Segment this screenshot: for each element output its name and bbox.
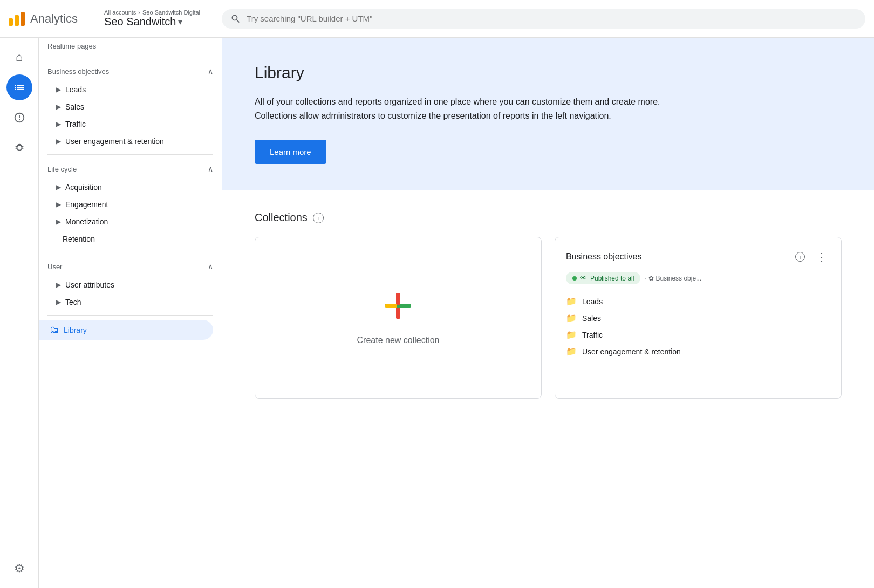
topbar: Analytics All accounts › Seo Sandwitch D… <box>0 0 874 38</box>
card-badge-sub: · ✿ Business obje... <box>645 275 701 282</box>
nav-library[interactable]: 🗂 Library <box>39 320 213 340</box>
card-actions: i ⋮ <box>791 248 830 265</box>
traffic-label: Traffic <box>65 120 86 128</box>
breadcrumb-all[interactable]: All accounts <box>104 9 136 16</box>
acquisition-caret-icon: ▶ <box>56 183 61 191</box>
advertising-icon <box>13 142 25 154</box>
section-business-objectives[interactable]: Business objectives ∧ <box>39 61 222 81</box>
list-item-leads: Leads <box>582 297 603 306</box>
card-more-button[interactable]: ⋮ <box>813 248 830 265</box>
bar3 <box>21 12 25 26</box>
user-engagement-label: User engagement & retention <box>65 137 164 146</box>
nav-engagement[interactable]: ▶ Engagement <box>39 196 213 213</box>
nav-user-engagement[interactable]: ▶ User engagement & retention <box>39 133 213 150</box>
card-info-button[interactable]: i <box>791 248 809 265</box>
nav-leads[interactable]: ▶ Leads <box>39 81 213 98</box>
leads-caret-icon: ▶ <box>56 86 61 93</box>
card-list: 📁 Leads 📁 Sales 📁 Traffic 📁 <box>566 293 830 360</box>
section-user-chevron: ∧ <box>208 262 213 271</box>
library-label: Library <box>64 326 87 334</box>
list-item-user-engagement: User engagement & retention <box>582 347 681 356</box>
library-banner: Library All of your collections and repo… <box>222 38 874 190</box>
section-life-cycle-chevron: ∧ <box>208 165 213 173</box>
nav-tech[interactable]: ▶ Tech <box>39 293 213 311</box>
nav-sidebar: Realtime pages Business objectives ∧ ▶ L… <box>39 38 222 588</box>
learn-more-button[interactable]: Learn more <box>255 140 326 164</box>
account-name-text: Seo Sandwitch <box>104 16 176 28</box>
reports-icon <box>13 81 25 93</box>
create-collection-card[interactable]: Create new collection <box>255 237 542 399</box>
collections-title: Collections <box>255 211 308 224</box>
plus-cross-icon <box>383 291 413 321</box>
divider-2 <box>47 154 213 155</box>
divider-1 <box>47 57 213 57</box>
card-badges: 👁 Published to all · ✿ Business obje... <box>566 272 701 284</box>
icon-sidebar: ⌂ ⚙ <box>0 38 39 588</box>
library-title: Library <box>255 64 842 82</box>
monetization-label: Monetization <box>65 217 108 226</box>
divider-3 <box>47 252 213 252</box>
badge-eye-icon: 👁 <box>580 274 587 282</box>
breadcrumb-arrow: › <box>138 9 140 16</box>
section-user[interactable]: User ∧ <box>39 257 222 276</box>
explore-icon <box>13 112 25 124</box>
library-description: All of your collections and reports orga… <box>255 95 697 122</box>
list-item: 📁 Sales <box>566 310 830 326</box>
svg-rect-3 <box>385 304 397 308</box>
advertising-nav-btn[interactable] <box>6 135 32 161</box>
bar1 <box>9 18 13 26</box>
engagement-label: Engagement <box>65 200 108 209</box>
list-item-traffic: Traffic <box>582 331 603 339</box>
acquisition-label: Acquisition <box>65 183 102 192</box>
topbar-divider <box>91 8 91 30</box>
folder-icon-sales: 📁 <box>566 313 577 323</box>
folder-icon-leads: 📁 <box>566 296 577 306</box>
nav-traffic[interactable]: ▶ Traffic <box>39 115 213 133</box>
section-business-objectives-label: Business objectives <box>47 67 109 76</box>
list-item: 📁 Traffic <box>566 326 830 343</box>
section-life-cycle-label: Life cycle <box>47 165 77 173</box>
engagement-caret-icon: ▶ <box>56 201 61 208</box>
collections-area: Collections i Create new collection <box>222 190 874 420</box>
breadcrumb-account: Seo Sandwitch Digital <box>142 9 200 16</box>
search-bar[interactable] <box>222 9 865 29</box>
tech-caret-icon: ▶ <box>56 298 61 306</box>
published-badge-label: Published to all <box>590 275 634 282</box>
nav-monetization[interactable]: ▶ Monetization <box>39 213 213 230</box>
nav-retention[interactable]: Retention <box>39 230 213 248</box>
bar2 <box>15 15 19 26</box>
search-input[interactable] <box>247 14 857 23</box>
list-item: 📁 User engagement & retention <box>566 343 830 360</box>
tech-label: Tech <box>65 298 81 306</box>
realtime-pages-label[interactable]: Realtime pages <box>39 38 222 52</box>
section-life-cycle[interactable]: Life cycle ∧ <box>39 159 222 179</box>
list-item-sales: Sales <box>582 314 601 323</box>
account-nav: All accounts › Seo Sandwitch Digital Seo… <box>104 9 200 28</box>
nav-acquisition[interactable]: ▶ Acquisition <box>39 179 213 196</box>
user-attributes-caret-icon: ▶ <box>56 281 61 289</box>
account-selector[interactable]: Seo Sandwitch ▾ <box>104 16 200 28</box>
card-more-icon: ⋮ <box>816 250 828 263</box>
published-badge: 👁 Published to all <box>566 272 640 284</box>
collections-grid: Create new collection Business objective… <box>255 237 842 399</box>
sales-caret-icon: ▶ <box>56 103 61 111</box>
app-title: Analytics <box>30 12 78 26</box>
sales-label: Sales <box>65 102 84 111</box>
nav-sales[interactable]: ▶ Sales <box>39 98 213 115</box>
home-nav-btn[interactable]: ⌂ <box>6 44 32 70</box>
retention-label: Retention <box>63 235 95 243</box>
traffic-caret-icon: ▶ <box>56 120 61 128</box>
section-user-label: User <box>47 263 62 271</box>
business-objectives-card: Business objectives i ⋮ <box>555 237 842 399</box>
settings-btn[interactable]: ⚙ <box>6 556 32 582</box>
account-chevron-icon: ▾ <box>178 17 182 27</box>
breadcrumb: All accounts › Seo Sandwitch Digital <box>104 9 200 16</box>
collections-info-icon[interactable]: i <box>313 213 324 223</box>
reports-nav-btn[interactable] <box>6 74 32 100</box>
search-icon <box>230 13 241 24</box>
list-item: 📁 Leads <box>566 293 830 310</box>
folder-icon-user-engagement: 📁 <box>566 346 577 357</box>
user-attributes-label: User attributes <box>65 281 114 289</box>
nav-user-attributes[interactable]: ▶ User attributes <box>39 276 213 293</box>
explore-nav-btn[interactable] <box>6 105 32 131</box>
